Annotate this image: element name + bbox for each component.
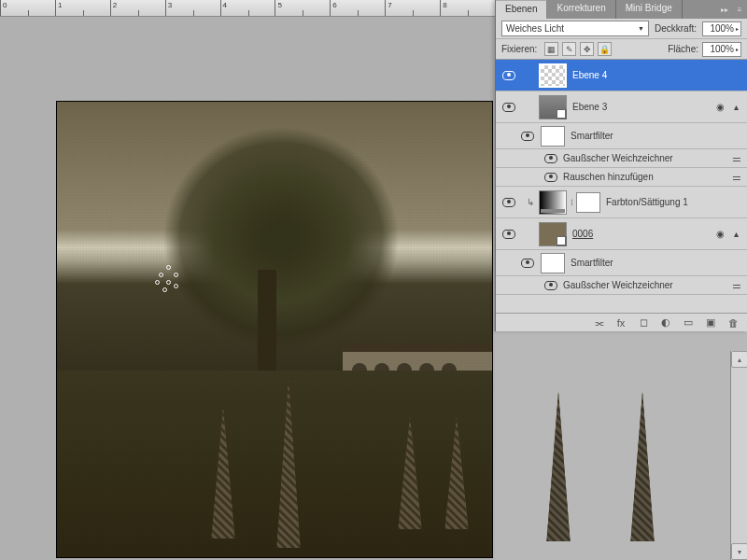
blend-mode-row: Weiches Licht ▼ Deckkraft: 100%▸ [496,19,747,39]
expand-icon[interactable]: ▴ [731,229,741,239]
fill-label: Fläche: [668,44,698,54]
chevron-down-icon: ▸ [736,46,739,52]
clip-icon: ↳ [522,197,539,207]
group-icon[interactable]: ▭ [682,316,695,329]
panel-tabs: Ebenen Korrekturen Mini Bridge ▸▸ ≡ [496,0,747,19]
filter-mask-thumbnail[interactable] [541,253,565,273]
chevron-down-icon: ▼ [638,25,644,32]
filter-label[interactable]: Rauschen hinzufügen [563,172,725,182]
filter-gaussian-blur-2[interactable]: Gaußscher Weichzeichner ⚌ [496,276,747,295]
lock-all-icon[interactable]: 🔒 [598,42,612,56]
mask-thumbnail[interactable] [576,192,600,213]
smartfilters-header-2[interactable]: Smartfilter [496,250,747,276]
opacity-label: Deckkraft: [655,23,697,34]
smartfilters-label: Smartfilter [571,131,741,141]
layer-row-ebene3[interactable]: Ebene 3 ◉ ▴ [496,91,747,123]
filter-options-icon[interactable]: ⚌ [725,279,741,291]
layer-row-ebene4[interactable]: Ebene 4 [496,60,747,91]
visibility-toggle-icon[interactable] [502,230,515,239]
mask-link-icon[interactable]: ⁞ [567,198,576,207]
layer-label[interactable]: Ebene 3 [572,102,710,112]
layer-label[interactable]: Farbton/Sättigung 1 [606,197,741,207]
ruler-horizontal: 0 1 2 3 4 5 6 7 8 [0,0,495,17]
filter-effects-icon[interactable]: ◉ [715,229,726,239]
layer-thumbnail[interactable] [539,95,567,119]
layer-thumbnail[interactable] [539,222,567,246]
visibility-toggle-icon[interactable] [544,281,557,290]
blend-mode-value: Weiches Licht [506,23,564,34]
lock-position-icon[interactable]: ✥ [580,42,594,56]
filter-label[interactable]: Gaußscher Weichzeichner [563,280,725,290]
lock-pixels-icon[interactable]: ✎ [562,42,576,56]
lock-transparency-icon[interactable]: ▦ [544,42,558,56]
panel-menu-icon[interactable]: ≡ [732,0,747,19]
scroll-up-icon[interactable]: ▴ [731,351,747,368]
blend-mode-select[interactable]: Weiches Licht ▼ [501,21,649,36]
layer-row-hue-saturation[interactable]: ↳ ⁞ Farbton/Sättigung 1 [496,187,747,218]
filter-label[interactable]: Gaußscher Weichzeichner [563,153,725,163]
scroll-down-icon[interactable]: ▾ [731,543,747,560]
adjustment-layer-icon[interactable]: ◐ [659,316,672,329]
layer-row-0006[interactable]: 0006 ◉ ▴ [496,218,747,250]
smartfilters-header[interactable]: Smartfilter [496,123,747,149]
visibility-toggle-icon[interactable] [544,154,557,163]
expand-icon[interactable]: ▴ [731,102,741,112]
lock-row: Fixieren: ▦ ✎ ✥ 🔒 Fläche: 100%▸ [496,39,747,60]
canvas-workspace[interactable] [0,17,495,560]
smartfilters-label: Smartfilter [571,258,741,268]
new-layer-icon[interactable]: ▣ [704,316,717,329]
filter-options-icon[interactable]: ⚌ [725,171,741,183]
visibility-toggle-icon[interactable] [502,198,515,207]
link-layers-icon[interactable]: ⫘ [592,316,605,329]
tab-minibridge[interactable]: Mini Bridge [616,0,683,19]
layer-mask-icon[interactable]: ◻ [637,316,650,329]
tab-adjustments[interactable]: Korrekturen [547,0,615,19]
image-canvas[interactable] [56,101,493,558]
vertical-scrollbar[interactable]: ▴ ▾ [730,351,747,560]
layers-panel: Ebenen Korrekturen Mini Bridge ▸▸ ≡ Weic… [495,0,747,331]
visibility-toggle-icon[interactable] [521,259,534,268]
delete-layer-icon[interactable]: 🗑 [726,316,740,329]
fill-field[interactable]: 100%▸ [702,42,741,57]
lock-label: Fixieren: [501,44,537,54]
visibility-toggle-icon[interactable] [544,173,557,182]
filter-options-icon[interactable]: ⚌ [725,152,741,164]
chevron-down-icon: ▸ [736,25,739,32]
filter-gaussian-blur[interactable]: Gaußscher Weichzeichner ⚌ [496,149,747,168]
layers-list[interactable]: Ebene 4 Ebene 3 ◉ ▴ Smartfilter Gaußsche… [496,60,747,313]
layer-style-icon[interactable]: fx [614,316,627,329]
layer-thumbnail[interactable] [539,63,567,88]
opacity-field[interactable]: 100%▸ [702,21,741,36]
visibility-toggle-icon[interactable] [502,103,515,112]
filter-mask-thumbnail[interactable] [541,126,565,147]
visibility-toggle-icon[interactable] [502,71,515,80]
filter-effects-icon[interactable]: ◉ [715,102,726,112]
filter-add-noise[interactable]: Rauschen hinzufügen ⚌ [496,168,747,187]
tab-layers[interactable]: Ebenen [496,0,547,19]
adjustment-thumbnail[interactable] [539,190,567,215]
panel-collapse-icon[interactable]: ▸▸ [717,0,732,19]
layers-panel-footer: ⫘ fx ◻ ◐ ▭ ▣ 🗑 [496,313,747,331]
layer-label[interactable]: Ebene 4 [572,70,741,80]
visibility-toggle-icon[interactable] [521,132,534,141]
layer-label[interactable]: 0006 [572,229,710,239]
